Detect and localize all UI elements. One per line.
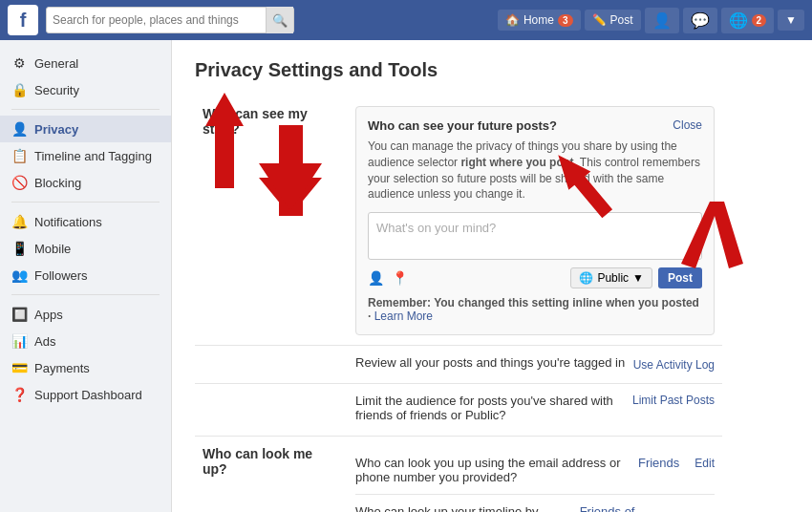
sidebar-item-mobile[interactable]: 📱 Mobile: [0, 235, 171, 262]
notifications-icon: 🔔: [11, 214, 27, 229]
privacy-table: Who can see my stuff?: [195, 96, 722, 512]
sidebar-item-timeline[interactable]: 📋 Timeline and Tagging: [0, 142, 171, 169]
messages-button[interactable]: 💬: [683, 8, 717, 33]
activity-log-row: Review all your posts and things you're …: [195, 346, 722, 384]
sidebar-divider: [11, 109, 160, 110]
sidebar-item-label: Privacy: [34, 122, 78, 137]
apps-icon: 🔲: [11, 307, 27, 322]
lookup-email-edit[interactable]: Edit: [694, 457, 715, 470]
sidebar-item-label: Support Dashboard: [34, 388, 142, 402]
ads-icon: 📊: [11, 333, 27, 349]
sidebar-item-label: Blocking: [34, 176, 81, 190]
dropdown-icon: ▼: [632, 271, 644, 285]
timeline-icon: 📋: [11, 148, 27, 163]
sidebar-divider-2: [11, 202, 160, 203]
page-title: Privacy Settings and Tools: [195, 59, 722, 81]
facebook-logo[interactable]: f: [8, 5, 38, 35]
compose-area[interactable]: What's on your mind?: [368, 212, 702, 260]
edit-icon: ✏️: [592, 13, 607, 27]
sidebar-item-security[interactable]: 🔒 Security: [0, 76, 171, 103]
sidebar-item-label: Security: [34, 83, 79, 97]
sidebar: ⚙ General 🔒 Security 👤 Privacy 📋 Timelin…: [0, 40, 172, 512]
top-navigation: f 🔍 🏠 Home 3 ✏️ Post 👤 💬 🌐 2 ▼: [0, 0, 812, 40]
account-menu-button[interactable]: ▼: [778, 10, 804, 31]
sidebar-item-label: Payments: [34, 361, 90, 375]
limit-posts-desc: Limit the audience for posts you've shar…: [355, 394, 625, 422]
sidebar-item-privacy[interactable]: 👤 Privacy: [0, 116, 171, 142]
nav-right: 🏠 Home 3 ✏️ Post 👤 💬 🌐 2 ▼: [302, 8, 804, 33]
learn-more-link[interactable]: Learn More: [374, 309, 433, 323]
home-button[interactable]: 🏠 Home 3: [498, 10, 581, 31]
notifications-button[interactable]: 🌐 2: [721, 8, 775, 33]
search-button[interactable]: 🔍: [266, 7, 293, 33]
post-button[interactable]: ✏️ Post: [585, 10, 641, 31]
sidebar-item-support[interactable]: ❓ Support Dashboard: [0, 381, 171, 408]
compose-actions: 👤 📍 🌐 Public ▼: [368, 267, 702, 288]
sidebar-divider-3: [11, 294, 160, 295]
remember-text: Remember: You changed this setting inlin…: [368, 296, 702, 323]
future-posts-title: Who can see your future posts?: [368, 118, 557, 133]
sidebar-item-ads[interactable]: 📊 Ads: [0, 328, 171, 354]
location-icon[interactable]: 📍: [392, 270, 408, 286]
support-icon: ❓: [11, 387, 27, 402]
blocking-icon: 🚫: [11, 175, 27, 190]
who-see-section: Who can see my stuff?: [195, 96, 722, 346]
sidebar-section-notifications: 🔔 Notifications 📱 Mobile 👥 Followers: [0, 208, 171, 288]
search-icon: 🔍: [272, 13, 288, 28]
lookup-name-row: Who can look up your timeline by name? F…: [355, 495, 715, 512]
future-posts-wrapper: Who can see your future posts? Close You…: [355, 106, 715, 335]
friends-icon: 👤: [652, 11, 672, 30]
svg-marker-3: [681, 202, 743, 268]
sidebar-item-followers[interactable]: 👥 Followers: [0, 262, 171, 288]
search-input[interactable]: [53, 13, 266, 27]
sidebar-item-blocking[interactable]: 🚫 Blocking: [0, 169, 171, 196]
lock-icon: 🔒: [11, 82, 27, 97]
sidebar-item-label: Ads: [34, 334, 55, 349]
followers-icon: 👥: [11, 267, 27, 283]
lookup-email-desc: Who can look you up using the email addr…: [355, 456, 638, 484]
content-area: Privacy Settings and Tools Who can see m…: [172, 40, 812, 512]
limit-past-posts-link[interactable]: Limit Past Posts: [632, 394, 715, 407]
sidebar-item-label: Apps: [34, 308, 63, 322]
sidebar-item-label: Mobile: [34, 242, 71, 256]
main-layout: ⚙ General 🔒 Security 👤 Privacy 📋 Timelin…: [0, 40, 812, 512]
chevron-down-icon: ▼: [785, 13, 797, 27]
sidebar-item-general[interactable]: ⚙ General: [0, 50, 171, 76]
limit-posts-row: Limit the audience for posts you've shar…: [195, 384, 722, 437]
compose-placeholder: What's on your mind?: [376, 221, 496, 235]
who-lookup-header: Who can look me up?: [195, 437, 348, 512]
arrow-up-annotation: [250, 125, 336, 224]
sidebar-item-payments[interactable]: 💳 Payments: [0, 354, 171, 381]
privacy-icon: 👤: [11, 121, 27, 137]
gear-icon: ⚙: [11, 55, 27, 71]
mobile-icon: 📱: [11, 241, 27, 256]
sidebar-item-label: General: [34, 56, 78, 71]
future-posts-panel: Who can see your future posts? Close You…: [355, 106, 715, 335]
activity-log-desc: Review all your posts and things you're …: [355, 355, 625, 370]
activity-log-link[interactable]: Use Activity Log: [633, 358, 715, 372]
arrow-diagonal-annotation: [676, 202, 743, 271]
payments-icon: 💳: [11, 360, 27, 375]
audience-selector-button[interactable]: 🌐 Public ▼: [570, 267, 652, 288]
who-lookup-section: Who can look me up? Who can look you up …: [195, 437, 722, 512]
person-icon[interactable]: 👤: [368, 270, 384, 286]
compose-icons: 👤 📍: [368, 270, 408, 286]
sidebar-item-apps[interactable]: 🔲 Apps: [0, 301, 171, 328]
sidebar-item-label: Followers: [34, 268, 88, 283]
future-posts-header: Who can see your future posts? Close: [368, 118, 702, 133]
search-bar: 🔍: [46, 7, 294, 33]
close-link[interactable]: Close: [673, 118, 702, 132]
future-posts-description: You can manage the privacy of things you…: [368, 139, 702, 203]
home-icon: 🏠: [505, 13, 520, 27]
sidebar-section-account: ⚙ General 🔒 Security: [0, 50, 171, 103]
friend-requests-button[interactable]: 👤: [645, 8, 679, 33]
sidebar-item-label: Timeline and Tagging: [34, 149, 152, 163]
globe-small-icon: 🌐: [579, 271, 593, 285]
message-icon: 💬: [691, 11, 710, 30]
red-arrow-diagonal-svg: [676, 202, 743, 268]
lookup-email-row: Who can look you up using the email addr…: [355, 446, 715, 495]
sidebar-item-notifications[interactable]: 🔔 Notifications: [0, 208, 171, 235]
lookup-email-value: Friends: [638, 456, 679, 470]
who-see-content: Who can see your future posts? Close You…: [348, 96, 722, 346]
lookup-name-value: Friends of Friends: [580, 504, 680, 512]
